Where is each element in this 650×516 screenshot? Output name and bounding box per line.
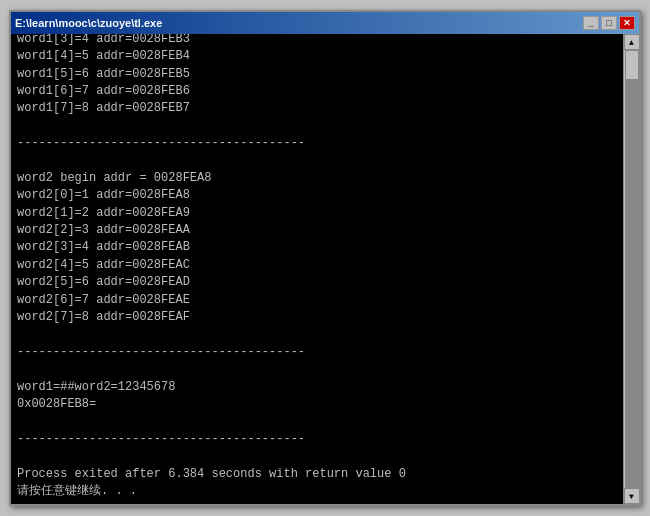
title-bar: E:\learn\mooc\c\zuoye\tl.exe _ □ ✕ [11, 12, 639, 34]
console-window: E:\learn\mooc\c\zuoye\tl.exe _ □ ✕ 12345… [9, 10, 641, 506]
maximize-button[interactable]: □ [601, 16, 617, 30]
scroll-down-arrow[interactable]: ▼ [624, 488, 640, 504]
scroll-thumb[interactable] [625, 50, 639, 80]
window-title: E:\learn\mooc\c\zuoye\tl.exe [15, 17, 162, 29]
console-output: 12345678 12345678 word1 begin addr = 002… [11, 34, 623, 504]
console-area: 12345678 12345678 word1 begin addr = 002… [11, 34, 639, 504]
window-controls: _ □ ✕ [583, 16, 635, 30]
scroll-track [625, 50, 639, 488]
scroll-up-arrow[interactable]: ▲ [624, 34, 640, 50]
minimize-button[interactable]: _ [583, 16, 599, 30]
close-button[interactable]: ✕ [619, 16, 635, 30]
scrollbar: ▲ ▼ [623, 34, 639, 504]
